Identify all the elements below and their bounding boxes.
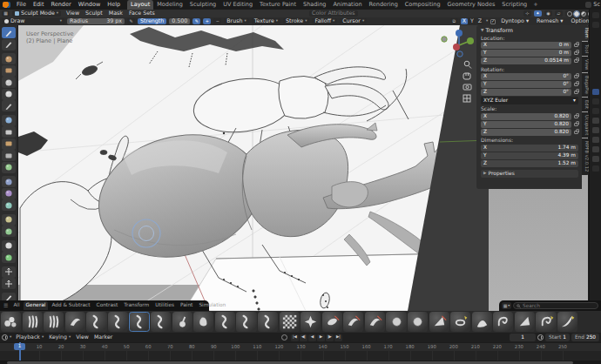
sidebar-tab-ucupaint[interactable]: Ucupaint	[582, 112, 589, 138]
brush-type-dropdown[interactable]: Draw ▾	[2, 18, 64, 25]
tool-clay-strips[interactable]	[2, 65, 16, 77]
workspace-tab-compositing[interactable]: Compositing	[402, 0, 444, 10]
play-reverse-button[interactable]: ◀	[308, 334, 316, 341]
brush-thumbnail-rough-19[interactable]	[408, 312, 428, 332]
radius-field[interactable]: Radius 39 px	[67, 18, 125, 25]
menu-render[interactable]: Render	[47, 1, 74, 9]
timeline-menu-view[interactable]: View	[73, 334, 91, 340]
play-button[interactable]: ▶	[317, 334, 325, 341]
brush-thumbnail-scoop-3[interactable]	[65, 312, 85, 332]
active-tool-tab-icon[interactable]	[592, 89, 599, 95]
brush-thumbnail-wedge-20[interactable]	[429, 312, 449, 332]
tool-pinch[interactable]	[2, 162, 16, 173]
lock-icon[interactable]	[574, 115, 578, 118]
shelf-tab-all[interactable]: All	[10, 301, 22, 310]
xray-icon[interactable]: ▱	[555, 10, 563, 17]
sidebar-tab-bagapie[interactable]: BagaPie	[582, 73, 589, 97]
wireframe-shading-icon[interactable]	[567, 11, 572, 17]
lock-icon[interactable]	[574, 44, 578, 47]
gizmo-z-axis[interactable]	[456, 30, 463, 37]
timeline-scrollbar[interactable]	[7, 361, 573, 364]
strength-pressure-icon[interactable]: ✎	[192, 18, 200, 25]
editor-type-icon[interactable]: ▦	[2, 10, 10, 17]
outliner-row-icon[interactable]	[592, 22, 599, 28]
sidebar-tab-tool[interactable]: Tool	[582, 42, 589, 56]
sidebar-tab-item[interactable]: Item	[582, 25, 589, 41]
tool-elastic-deform[interactable]	[2, 188, 16, 199]
menu-help[interactable]: Help	[104, 1, 124, 9]
world-tab-icon[interactable]	[592, 127, 599, 133]
workspace-tab-modeling[interactable]: Modeling	[153, 0, 186, 10]
timeline-menu-keying[interactable]: Keying▾	[46, 334, 73, 340]
render-tab-icon[interactable]	[592, 98, 599, 104]
menu-window[interactable]: Window	[75, 1, 105, 9]
tool-grab[interactable]	[2, 176, 16, 187]
sidebar-tab-edit[interactable]: Edit	[582, 98, 589, 111]
brush-thumbnail-checker-13[interactable]	[280, 312, 300, 332]
material-shading-icon[interactable]	[581, 11, 586, 17]
gizmo-x-axis[interactable]	[453, 44, 460, 51]
viewport-menu-sculpt[interactable]: Sculpt	[83, 10, 105, 16]
brush-thumbnail-s-4[interactable]	[86, 312, 106, 332]
scale-z-field[interactable]: Z0.820	[481, 129, 571, 136]
scene-selector[interactable]: Sc	[585, 2, 601, 8]
gizmo-y-neg[interactable]	[442, 37, 447, 42]
brush-thumbnail-spheres-0[interactable]	[1, 312, 21, 332]
menu-edit[interactable]: Edit	[30, 1, 48, 9]
frame-range-icon[interactable]	[537, 334, 544, 340]
location-x-field[interactable]: X0 m	[481, 42, 571, 49]
tool-thumb[interactable]	[2, 214, 16, 226]
shelf-search[interactable]	[513, 302, 598, 310]
prev-keyframe-button[interactable]: ◀|	[300, 334, 307, 341]
gizmo-toggle-icon[interactable]: ✦	[534, 10, 542, 17]
scale-x-field[interactable]: X0.820	[481, 113, 571, 120]
brush-thumbnail-scoop-17[interactable]	[365, 312, 385, 332]
location-z-field[interactable]: Z0.0514 m	[481, 57, 571, 64]
timeline-menu-playback[interactable]: Playback▾	[13, 334, 46, 340]
viewport-menu-view[interactable]: View	[64, 10, 82, 16]
shelf-tab-utilities[interactable]: Utilities	[152, 301, 177, 310]
data-tab-icon[interactable]	[592, 165, 599, 172]
brush-thumbnail-s-7[interactable]	[151, 312, 171, 332]
end-frame-field[interactable]: End 250	[571, 334, 599, 341]
remesh-popover[interactable]: Remesh ▾	[534, 18, 565, 24]
brush-thumbnail-wedge-24[interactable]	[515, 312, 535, 332]
current-frame-indicator[interactable]: 1	[14, 343, 25, 350]
workspace-tab-sculpting[interactable]: Sculpting	[186, 0, 219, 10]
workspace-tab-layout[interactable]: Layout	[127, 0, 153, 10]
brush-thumbnail-strips-2[interactable]	[44, 312, 64, 332]
brush-thumbnail-s-12[interactable]	[258, 312, 278, 332]
scale-y-field[interactable]: Y0.820	[481, 121, 571, 128]
symmetry-axis-y[interactable]: Y	[469, 18, 476, 25]
popover-texture[interactable]: Texture▾	[252, 18, 280, 25]
timeline-ruler[interactable]: 1102030405060708090100110120130140150160…	[0, 342, 601, 351]
shelf-tab-general[interactable]: General	[24, 301, 49, 310]
shelf-tab-add-subtract[interactable]: Add & Subtract	[49, 301, 92, 310]
brush-thumbnail-strips-1[interactable]	[23, 312, 43, 332]
popover-cursor[interactable]: Cursor▾	[340, 18, 367, 25]
object-tab-icon[interactable]	[592, 137, 599, 143]
lock-icon[interactable]	[574, 123, 578, 126]
brush-thumbnail-drop-8[interactable]	[172, 312, 192, 332]
dimensions-x-field[interactable]: X1.74 m	[481, 145, 578, 152]
next-keyframe-button[interactable]: |▶	[326, 334, 334, 341]
tool-inflate[interactable]	[2, 77, 16, 88]
brush-thumbnail-s-11[interactable]	[236, 312, 256, 332]
brush-thumbnail-s-10[interactable]	[215, 312, 235, 332]
color-attributes-button[interactable]: Color Attributes	[309, 10, 358, 17]
lock-icon[interactable]	[574, 51, 578, 55]
tool-crease[interactable]	[2, 100, 16, 111]
tool-mask[interactable]	[2, 240, 16, 252]
lock-icon[interactable]	[574, 75, 578, 78]
viewport-menu-mask[interactable]: Mask	[106, 10, 125, 16]
modifier-tab-icon[interactable]	[592, 146, 599, 152]
add-blend-icon[interactable]: +	[203, 18, 211, 25]
tool-blob[interactable]	[2, 89, 16, 100]
brush-thumbnail-rough-18[interactable]	[386, 312, 406, 332]
brush-thumbnail-s-5[interactable]	[108, 312, 128, 332]
brush-thumbnail-curl-23[interactable]	[493, 312, 513, 332]
brush-thumbnail-blob-9[interactable]	[193, 312, 213, 332]
popover-stroke[interactable]: Stroke▾	[283, 18, 309, 25]
mode-dropdown[interactable]: Sculpt Mode▾	[12, 10, 61, 17]
strength-slider[interactable]: Strength	[138, 18, 166, 25]
